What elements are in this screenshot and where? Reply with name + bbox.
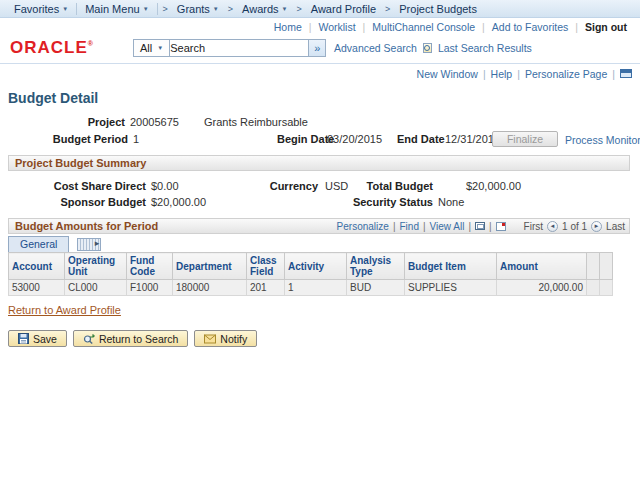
breadcrumb-label: Favorites <box>14 3 59 15</box>
return-to-award-profile-link[interactable]: Return to Award Profile <box>8 304 121 316</box>
utility-link-bar: Home | Worklist | MultiChannel Console |… <box>0 20 640 34</box>
previous-page-icon[interactable]: ◄ <box>547 221 558 232</box>
last-search-results-link[interactable]: Last Search Results <box>438 42 532 54</box>
col-stub <box>587 253 600 280</box>
sponsor-budget-value: $20,000.00 <box>151 196 206 208</box>
breadcrumb-label: Project Budgets <box>399 3 477 15</box>
search-go-button[interactable]: » <box>308 40 325 56</box>
finalize-button[interactable]: Finalize <box>492 131 558 147</box>
oracle-logo: ORACLE® <box>10 38 94 58</box>
end-date-label: End Date <box>397 133 445 145</box>
home-link[interactable]: Home <box>267 21 309 33</box>
breadcrumb-separator-icon: > <box>160 4 171 14</box>
col-budget-item: Budget Item <box>405 253 497 280</box>
cell-stub <box>600 280 613 296</box>
search-scope-dropdown[interactable]: All ▼ <box>134 40 170 56</box>
breadcrumb-project-budgets[interactable]: Project Budgets <box>393 3 483 15</box>
search-links: Advanced Search Last Search Results <box>334 42 532 54</box>
col-account: Account <box>9 253 65 280</box>
save-label: Save <box>33 333 57 345</box>
cell-class-field: 201 <box>247 280 285 296</box>
page-title: Budget Detail <box>8 90 640 106</box>
sponsor-budget-label: Sponsor Budget <box>0 196 146 208</box>
begin-date-value: 03/20/2015 <box>327 133 382 145</box>
new-window-link[interactable]: New Window <box>417 68 478 80</box>
divider: | <box>468 219 471 234</box>
breadcrumb-awards[interactable]: Awards ▼ <box>236 3 293 15</box>
envelope-icon <box>204 334 216 344</box>
divider: | <box>483 68 486 80</box>
chevron-down-icon: ▼ <box>62 6 68 12</box>
summary-row-2: Sponsor Budget $20,000.00 Security Statu… <box>0 196 640 212</box>
personalize-link[interactable]: Personalize <box>337 219 389 234</box>
budget-period-label: Budget Period <box>0 133 128 145</box>
search-input[interactable] <box>170 41 308 55</box>
col-operating-unit: Operating Unit <box>65 253 127 280</box>
last-label: Last <box>606 219 625 234</box>
tab-general[interactable]: General <box>8 236 69 252</box>
first-label: First <box>524 219 543 234</box>
notify-button[interactable]: Notify <box>194 330 257 347</box>
process-monitor-link[interactable]: Process Monitor <box>565 134 640 146</box>
currency-label: Currency <box>200 180 318 192</box>
breadcrumb-separator-icon: > <box>225 4 236 14</box>
project-value: 20005675 <box>130 116 179 128</box>
divider <box>76 3 77 15</box>
cell-department: 180000 <box>173 280 247 296</box>
cost-share-direct-label: Cost Share Direct <box>0 180 146 192</box>
breadcrumb-label: Grants <box>177 3 210 15</box>
download-to-excel-icon[interactable] <box>496 222 506 231</box>
begin-date-label: Begin Date <box>277 133 334 145</box>
divider: | <box>393 219 396 234</box>
next-page-icon[interactable]: ► <box>591 221 602 232</box>
cell-stub <box>587 280 600 296</box>
divider: | <box>612 68 615 80</box>
add-to-favorites-link[interactable]: Add to Favorites <box>485 21 575 33</box>
page-action-bar: New Window | Help | Personalize Page | <box>0 67 640 80</box>
breadcrumb-award-profile[interactable]: Award Profile <box>305 3 382 15</box>
breadcrumb: Favorites ▼ Main Menu ▼ > Grants ▼ > Awa… <box>0 0 640 18</box>
header: ORACLE® All ▼ » Advanced Search Last Sea… <box>0 34 640 64</box>
cost-share-direct-value: $0.00 <box>151 180 179 192</box>
col-class-field: Class Field <box>247 253 285 280</box>
find-link[interactable]: Find <box>399 219 418 234</box>
divider: | <box>423 219 426 234</box>
cell-budget-item: SUPPLIES <box>405 280 497 296</box>
advanced-search-link[interactable]: Advanced Search <box>334 42 417 54</box>
col-amount: Amount <box>497 253 587 280</box>
worklist-link[interactable]: Worklist <box>311 21 362 33</box>
breadcrumb-main-menu[interactable]: Main Menu ▼ <box>79 3 154 15</box>
search-return-icon <box>83 333 95 344</box>
return-to-search-button[interactable]: Return to Search <box>73 330 188 347</box>
page-toolbar: Save Return to Search Notify <box>8 330 640 347</box>
save-button[interactable]: Save <box>8 330 67 347</box>
breadcrumb-favorites[interactable]: Favorites ▼ <box>8 3 74 15</box>
chevron-down-icon: ▼ <box>143 6 149 12</box>
cell-activity: 1 <box>285 280 347 296</box>
sign-out-link[interactable]: Sign out <box>578 21 634 33</box>
help-link[interactable]: Help <box>491 68 513 80</box>
budget-period-value: 1 <box>133 133 139 145</box>
breadcrumb-separator-icon: > <box>294 4 305 14</box>
section-title: Project Budget Summary <box>15 157 146 169</box>
floppy-disk-icon <box>18 333 29 344</box>
divider <box>157 3 158 15</box>
total-budget-value: $20,000.00 <box>466 180 521 192</box>
project-field-row: Project 20005675 Grants Reimbursable <box>0 116 640 132</box>
grid-tab-row: General <box>8 236 640 252</box>
project-label: Project <box>0 116 125 128</box>
summary-row-1: Cost Share Direct $0.00 Currency USD Tot… <box>0 180 640 196</box>
project-budget-summary-header: Project Budget Summary <box>8 155 630 171</box>
view-all-link[interactable]: View All <box>430 219 465 234</box>
http-window-icon[interactable] <box>620 69 632 78</box>
cell-amount: 20,000.00 <box>497 280 587 296</box>
breadcrumb-grants[interactable]: Grants ▼ <box>171 3 225 15</box>
budget-amounts-header: Budget Amounts for Period Personalize | … <box>8 218 630 234</box>
total-budget-label: Total Budget <box>340 180 433 192</box>
col-analysis-type: Analysis Type <box>347 253 405 280</box>
multichannel-console-link[interactable]: MultiChannel Console <box>365 21 482 33</box>
personalize-page-link[interactable]: Personalize Page <box>525 68 607 80</box>
zoom-grid-icon[interactable] <box>475 222 485 230</box>
show-all-columns-icon[interactable] <box>77 238 101 251</box>
col-fund-code: Fund Code <box>127 253 173 280</box>
